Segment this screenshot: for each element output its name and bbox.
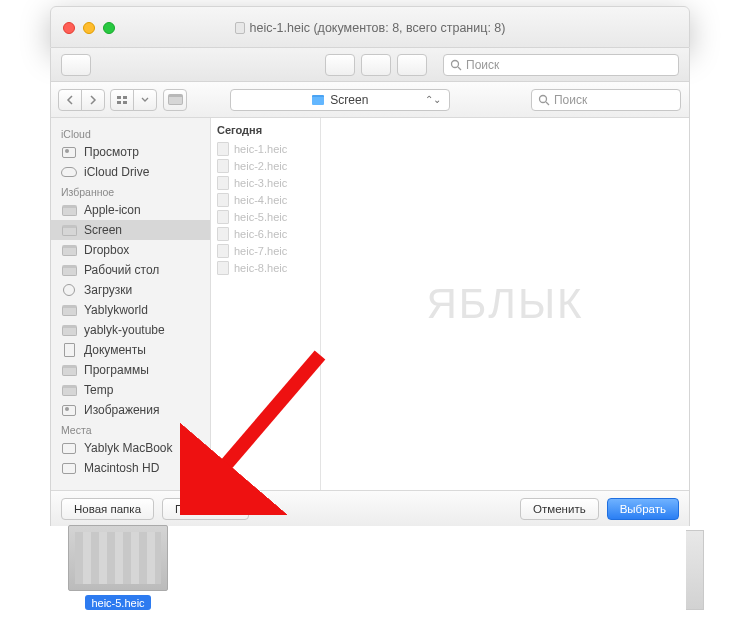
list-item[interactable]: heic-8.heic [217,259,314,276]
sidebar-item-preview[interactable]: Просмотр [51,142,210,162]
picker-search-placeholder: Поиск [554,93,587,107]
nav-back-button[interactable] [58,89,82,111]
sidebar: iCloud Просмотр iCloud Drive Избранное A… [51,118,211,490]
view-dropdown-button[interactable] [133,89,157,111]
sidebar-item-label: Просмотр [84,145,139,159]
window-title: heic-1.heic (документов: 8, всего страни… [51,7,689,49]
file-name: heic-6.heic [234,228,287,240]
toolbar-rotate-button[interactable] [361,54,391,76]
list-item[interactable]: heic-2.heic [217,157,314,174]
sidebar-item-label: Dropbox [84,243,129,257]
documents-icon [64,343,75,357]
sidebar-item-dropbox[interactable]: Dropbox [51,240,210,260]
list-item[interactable]: heic-5.heic [217,208,314,225]
heic-file-icon [217,176,229,190]
sidebar-item-label: Yablyk MacBook [84,441,172,455]
traffic-lights [63,22,115,34]
sidebar-item-macintosh-hd[interactable]: Macintosh HD [51,458,210,478]
sidebar-item-label: Рабочий стол [84,263,159,277]
svg-rect-4 [117,101,121,104]
sidebar-item-label: Изображения [84,403,159,417]
toolbar-sidebar-button[interactable] [61,54,91,76]
svg-rect-3 [123,96,127,99]
svg-point-0 [452,60,459,67]
sidebar-item-desktop[interactable]: Рабочий стол [51,260,210,280]
minimize-icon[interactable] [83,22,95,34]
sidebar-item-macbook[interactable]: Yablyk MacBook [51,438,210,458]
list-item[interactable]: heic-3.heic [217,174,314,191]
document-proxy-icon [235,22,245,34]
file-picker-sheet: Screen ⌃⌄ Поиск iCloud Просмотр iCloud D… [50,82,690,526]
file-name: heic-4.heic [234,194,287,206]
file-list-column: Сегодня heic-1.heic heic-2.heic heic-3.h… [211,118,321,490]
svg-point-6 [539,95,546,102]
sidebar-item-label: Apple-icon [84,203,141,217]
background-window-edge [686,530,704,610]
picker-search[interactable]: Поиск [531,89,681,111]
svg-line-1 [458,67,461,70]
file-name: heic-8.heic [234,262,287,274]
list-item[interactable]: heic-1.heic [217,140,314,157]
close-icon[interactable] [63,22,75,34]
file-name: heic-7.heic [234,245,287,257]
folder-icon [62,265,77,276]
choose-button[interactable]: Выбрать [607,498,679,520]
list-header: Сегодня [217,122,314,140]
sidebar-item-yablykworld[interactable]: Yablykworld [51,300,210,320]
sidebar-section-icloud: iCloud [51,124,210,142]
list-item[interactable]: heic-6.heic [217,225,314,242]
folder-icon [62,245,77,256]
background-thumbnail[interactable]: heic-5.heic [68,525,168,610]
sidebar-item-label: iCloud Drive [84,165,149,179]
toolbar-markup-button[interactable] [325,54,355,76]
zoom-icon[interactable] [103,22,115,34]
sidebar-item-applications[interactable]: Программы [51,360,210,380]
cancel-button[interactable]: Отменить [520,498,599,520]
heic-file-icon [217,142,229,156]
sidebar-item-yablyk-youtube[interactable]: yablyk-youtube [51,320,210,340]
list-item[interactable]: heic-7.heic [217,242,314,259]
nav-forward-button[interactable] [81,89,105,111]
search-icon [538,94,550,106]
sidebar-item-pictures[interactable]: Изображения [51,400,210,420]
preview-pane: ЯБЛЫК [321,118,689,490]
svg-rect-5 [123,101,127,104]
sidebar-item-label: Программы [84,363,149,377]
sidebar-item-documents[interactable]: Документы [51,340,210,360]
group-button[interactable] [163,89,187,111]
window-search[interactable]: Поиск [443,54,679,76]
folder-icon [62,225,77,236]
sidebar-section-places: Места [51,420,210,438]
list-item[interactable]: heic-4.heic [217,191,314,208]
watermark-text: ЯБЛЫК [426,280,583,328]
sidebar-item-label: Загрузки [84,283,132,297]
thumbnail-label: heic-5.heic [85,595,150,610]
location-label: Screen [330,93,368,107]
sidebar-item-label: Screen [84,223,122,237]
heic-file-icon [217,159,229,173]
cloud-icon [61,167,77,177]
picker-toolbar: Screen ⌃⌄ Поиск [51,82,689,118]
heic-file-icon [217,227,229,241]
preview-app-icon [62,147,76,158]
sidebar-item-label: Yablykworld [84,303,148,317]
sidebar-item-apple-icon[interactable]: Apple-icon [51,200,210,220]
folder-icon [312,95,324,105]
folder-icon [62,205,77,216]
sidebar-item-screen[interactable]: Screen [51,220,210,240]
folder-icon [62,305,77,316]
downloads-icon [63,284,75,296]
new-folder-button[interactable]: Новая папка [61,498,154,520]
toolbar-share-button[interactable] [397,54,427,76]
view-switcher[interactable] [111,89,157,111]
sidebar-item-label: Temp [84,383,113,397]
sidebar-item-temp[interactable]: Temp [51,380,210,400]
file-name: heic-1.heic [234,143,287,155]
options-button[interactable]: Параметры [162,498,249,520]
chevron-updown-icon: ⌃⌄ [425,94,441,105]
computer-icon [62,443,76,454]
sidebar-item-icloud-drive[interactable]: iCloud Drive [51,162,210,182]
sidebar-item-downloads[interactable]: Загрузки [51,280,210,300]
location-popup[interactable]: Screen ⌃⌄ [230,89,450,111]
view-icons-button[interactable] [110,89,134,111]
